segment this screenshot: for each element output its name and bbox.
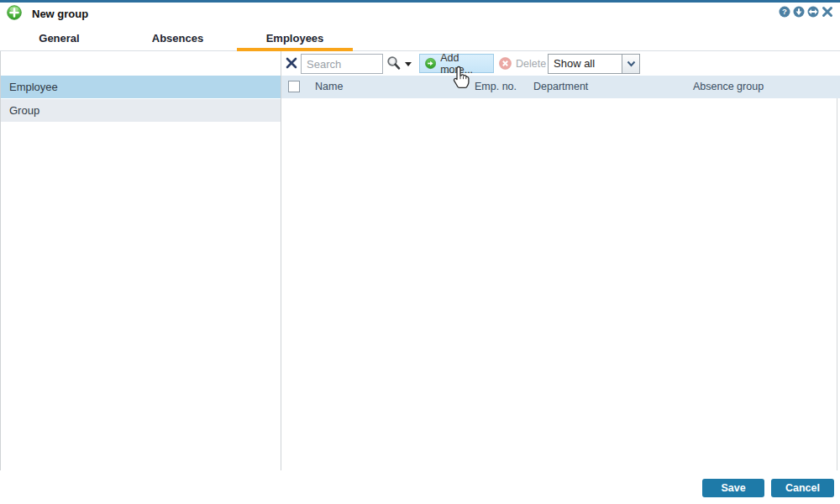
- show-all-selected-value: Show all: [554, 55, 595, 73]
- column-header-name[interactable]: Name: [315, 76, 343, 98]
- column-header-department[interactable]: Department: [533, 76, 588, 98]
- top-accent-strip: [0, 0, 840, 3]
- add-arrow-icon: [425, 57, 436, 70]
- tab-bar: General Absences Employees: [0, 26, 840, 51]
- show-all-dropdown[interactable]: Show all: [548, 54, 640, 74]
- titlebar-icons: ?: [779, 6, 833, 18]
- tab-general[interactable]: General: [0, 26, 118, 50]
- chevron-down-icon: [627, 60, 636, 67]
- save-button[interactable]: Save: [702, 479, 764, 497]
- sidebar-item-group[interactable]: Group: [1, 99, 281, 122]
- search-options-magnifier-icon[interactable]: [386, 55, 402, 71]
- page-title: New group: [32, 8, 88, 20]
- add-more-button[interactable]: Add more...: [419, 54, 494, 73]
- column-header-absence-group[interactable]: Absence group: [693, 76, 764, 98]
- clear-search-icon[interactable]: [286, 57, 297, 69]
- table-right-border: [837, 98, 837, 470]
- close-icon[interactable]: [822, 6, 833, 18]
- svg-text:?: ?: [782, 7, 787, 16]
- help-icon[interactable]: ?: [779, 6, 790, 18]
- employee-table-body-empty: [281, 98, 837, 470]
- add-more-label: Add more...: [440, 52, 488, 76]
- select-all-checkbox[interactable]: [288, 81, 300, 92]
- delete-label: Delete: [516, 58, 546, 70]
- active-tab-underline: [237, 48, 353, 51]
- tab-employees[interactable]: Employees: [237, 26, 353, 50]
- delete-button[interactable]: Delete: [497, 54, 548, 73]
- sidebar-item-employee[interactable]: Employee: [1, 76, 281, 98]
- new-group-dialog: New group ? General Absences Employees E: [0, 0, 840, 504]
- column-header-emp-no[interactable]: Emp. no.: [475, 76, 517, 98]
- delete-x-icon: [499, 57, 512, 70]
- search-options-caret-icon[interactable]: [405, 62, 412, 66]
- employee-table-header: Name Emp. no. Department Absence group: [281, 76, 840, 98]
- cancel-button[interactable]: Cancel: [771, 479, 834, 497]
- resize-horizontal-icon[interactable]: [807, 6, 819, 18]
- new-group-icon: [7, 5, 22, 20]
- search-input[interactable]: [301, 54, 383, 74]
- tab-absences[interactable]: Absences: [118, 26, 237, 50]
- collapse-icon[interactable]: [793, 6, 805, 18]
- dropdown-arrow-button[interactable]: [622, 55, 639, 73]
